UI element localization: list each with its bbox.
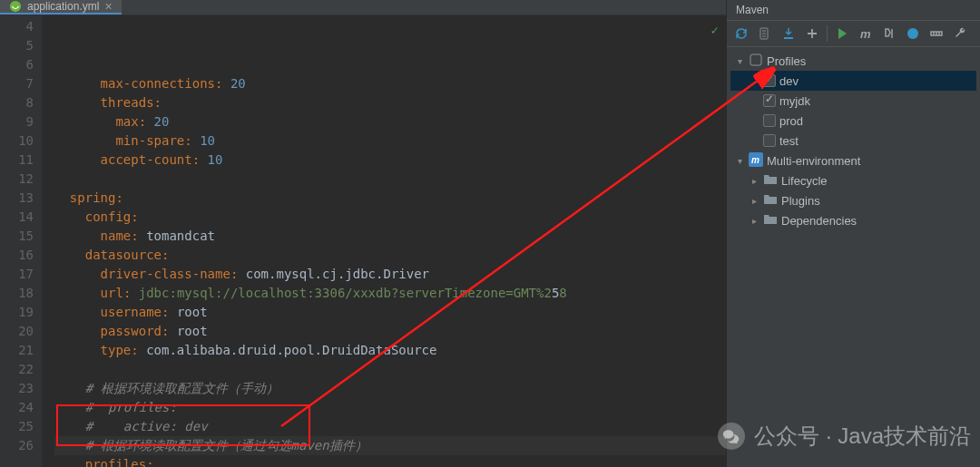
code-line[interactable]: threads: — [54, 93, 726, 112]
toolbar-reload-button[interactable] — [730, 24, 752, 44]
line-number: 26 — [2, 436, 34, 455]
folder-icon — [763, 212, 778, 229]
line-number: 11 — [2, 151, 34, 170]
tree-node-dependencies[interactable]: ▸Dependencies — [730, 210, 976, 230]
code-line[interactable]: max: 20 — [54, 112, 726, 131]
spring-file-icon — [9, 0, 22, 13]
code-line[interactable]: config: — [54, 208, 726, 227]
maven-title: Maven — [727, 0, 980, 20]
chevron-right-icon[interactable]: ▸ — [749, 216, 760, 226]
line-number: 17 — [2, 265, 34, 284]
tree-node-plugins[interactable]: ▸Plugins — [730, 190, 976, 210]
editor-tab-application-yml[interactable]: application.yml × — [0, 0, 122, 15]
maven-toolbar: m — [727, 20, 980, 47]
tree-label: Profiles — [767, 54, 806, 68]
folder-icon — [763, 192, 778, 209]
line-number: 20 — [2, 322, 34, 341]
svg-text:m: m — [860, 27, 871, 41]
tree-profile-dev[interactable]: dev — [730, 71, 976, 91]
toolbar-run-button[interactable] — [831, 24, 853, 44]
line-number: 19 — [2, 303, 34, 322]
toolbar-offline-button[interactable] — [926, 24, 947, 44]
line-number: 7 — [2, 74, 34, 93]
inspections-ok-icon: ✓ — [711, 21, 719, 40]
toolbar-generate-button[interactable] — [754, 24, 776, 44]
line-number: 25 — [2, 417, 34, 436]
chevron-down-icon[interactable]: ▾ — [734, 56, 745, 66]
toolbar-download-button[interactable] — [778, 24, 799, 44]
tree-profile-prod[interactable]: prod — [730, 111, 976, 131]
line-number: 12 — [2, 170, 34, 189]
line-number: 16 — [2, 246, 34, 265]
line-number: 24 — [2, 398, 34, 417]
code-line[interactable] — [54, 360, 726, 379]
code-area[interactable]: ✓ max-connections: 20 threads: max: 20 m… — [42, 15, 726, 467]
line-number: 10 — [2, 131, 34, 151]
code-line[interactable]: profiles: — [54, 455, 726, 467]
code-line[interactable]: spring: — [54, 189, 726, 208]
checkbox[interactable] — [763, 94, 776, 107]
tree-node-profiles[interactable]: ▾Profiles — [730, 51, 976, 71]
tree-profile-myjdk[interactable]: myjdk — [730, 91, 976, 111]
close-icon[interactable]: × — [104, 0, 112, 13]
code-line[interactable]: type: com.alibaba.druid.pool.DruidDataSo… — [54, 341, 726, 360]
chevron-down-icon[interactable]: ▾ — [734, 156, 745, 166]
code-line[interactable]: name: tomandcat — [54, 227, 726, 246]
toolbar-m-button[interactable]: m — [855, 24, 877, 44]
line-number: 14 — [2, 208, 34, 227]
svg-text:m: m — [751, 155, 760, 165]
code-line[interactable]: datasource: — [54, 246, 726, 265]
editor-tab-bar: application.yml × — [0, 0, 726, 15]
maven-tool-window: Maven m ▾Profilesdevmyjdkprodtest▾mMulti… — [726, 0, 980, 467]
line-number: 15 — [2, 227, 34, 246]
tree-label: myjdk — [779, 94, 810, 108]
code-line[interactable]: accept-count: 10 — [54, 151, 726, 170]
line-number-gutter: 4567891011121314151617181920212223242526 — [0, 15, 42, 467]
annotation-red-box — [56, 404, 310, 446]
tree-profile-test[interactable]: test — [730, 131, 976, 151]
code-line[interactable]: password: root — [54, 322, 726, 341]
line-number: 21 — [2, 341, 34, 360]
tree-label: dev — [779, 74, 799, 88]
code-line[interactable]: min-spare: 10 — [54, 131, 726, 151]
checkbox[interactable] — [763, 114, 776, 127]
chevron-right-icon[interactable]: ▸ — [749, 196, 760, 206]
line-number: 13 — [2, 189, 34, 208]
checkbox[interactable] — [763, 74, 776, 87]
toolbar-online-button[interactable] — [902, 24, 924, 44]
tree-label: test — [779, 134, 799, 148]
code-line[interactable]: driver-class-name: com.mysql.cj.jdbc.Dri… — [54, 265, 726, 284]
tree-node-lifecycle[interactable]: ▸Lifecycle — [730, 170, 976, 190]
line-number: 9 — [2, 112, 34, 131]
toolbar-add-button[interactable] — [801, 24, 823, 44]
maven-icon: m — [749, 152, 763, 170]
svg-rect-5 — [750, 54, 761, 65]
code-line[interactable]: max-connections: 20 — [54, 74, 726, 93]
chevron-right-icon[interactable]: ▸ — [749, 176, 760, 186]
code-line[interactable] — [54, 170, 726, 189]
maven-tree[interactable]: ▾Profilesdevmyjdkprodtest▾mMulti-environ… — [727, 47, 980, 467]
code-line[interactable]: # 根据环境读取配置文件（手动） — [54, 379, 726, 398]
tree-node-project[interactable]: ▾mMulti-environment — [730, 151, 976, 170]
toolbar-wrench-button[interactable] — [949, 24, 971, 44]
tree-label: Multi-environment — [767, 154, 860, 168]
checkbox[interactable] — [763, 134, 776, 147]
line-number: 5 — [2, 36, 34, 55]
line-number: 18 — [2, 284, 34, 303]
svg-point-3 — [907, 28, 918, 39]
line-number: 8 — [2, 93, 34, 112]
tree-label: Plugins — [781, 194, 820, 208]
line-number: 23 — [2, 379, 34, 398]
tree-label: prod — [779, 114, 803, 128]
code-line[interactable]: url: jdbc:mysql://localhost:3306/xxxdb?s… — [54, 284, 726, 303]
svg-point-0 — [10, 1, 21, 12]
line-number: 22 — [2, 360, 34, 379]
folder-icon — [763, 172, 778, 190]
toolbar-skip-button[interactable] — [878, 24, 900, 44]
editor-body[interactable]: 4567891011121314151617181920212223242526… — [0, 15, 726, 467]
line-number: 4 — [2, 17, 34, 36]
toolbar-separator — [827, 25, 828, 42]
tree-label: Lifecycle — [781, 174, 828, 188]
code-line[interactable]: username: root — [54, 303, 726, 322]
editor-tab-label: application.yml — [27, 0, 99, 13]
